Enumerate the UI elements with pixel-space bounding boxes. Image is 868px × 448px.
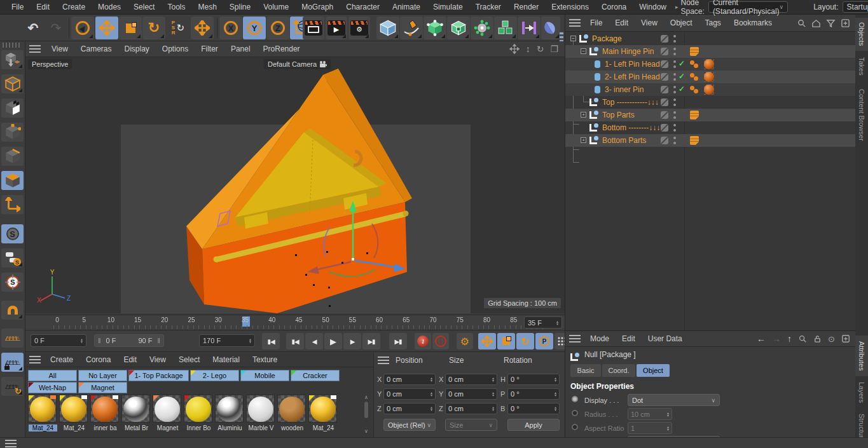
history-back-icon[interactable]: ← [757,334,766,344]
om-menu-file[interactable]: File [584,17,608,29]
tree-row-left-pin-head-1[interactable]: 1- Left Pin Head ✓ [565,58,856,71]
visibility-dots[interactable] [673,124,676,132]
autokey-button[interactable]: ( ) [432,333,449,350]
vp-menu-panel[interactable]: Panel [225,43,256,55]
menu-spline[interactable]: Spline [223,1,257,13]
object-tree[interactable]: − Package − Main Hinge Pin 1- Left Pin H… [565,32,856,330]
mat-menu-edit[interactable]: Edit [118,353,142,366]
size-z-field[interactable]: 0 cm▴▾ [445,403,497,414]
material-item[interactable]: inner ba [90,395,119,423]
y-axis-lock-button[interactable]: Y [243,17,266,39]
tree-row-top[interactable]: Top ------------↓↓↓ [565,96,856,109]
mat-menu-select[interactable]: Select [173,353,205,366]
edge-mode-button[interactable] [1,147,24,166]
visibility-dots[interactable] [673,98,676,106]
start-frame-field[interactable]: 0 F ▴▾ [31,334,86,347]
layer-tab-magnet[interactable]: Magnet [78,382,127,393]
tree-row-main-hinge-pin[interactable]: − Main Hinge Pin [565,45,856,58]
menu-corona[interactable]: Corona [595,1,633,13]
vp-menu-cameras[interactable]: Cameras [75,43,118,55]
material-item[interactable]: Mat_24 [308,395,337,423]
preview-range-field[interactable]: ‖0 F 90 F‖ [94,334,164,347]
tab-object[interactable]: Object [637,364,670,377]
tab-objects[interactable]: Objects [855,18,868,51]
menu-select[interactable]: Select [127,1,161,13]
move-tool-button[interactable] [95,17,118,39]
annotation-tag-icon[interactable] [690,47,699,56]
display-select[interactable]: Dot∨ [628,394,720,406]
layer-tab-no-layer[interactable]: No Layer [78,370,127,381]
z-axis-lock-button[interactable]: Z [266,17,289,39]
rotate-view-icon[interactable]: ↻ [537,44,544,54]
drag-handle[interactable] [3,43,22,48]
layer-tab-mobile[interactable]: Mobile [240,370,289,381]
visibility-dots[interactable] [673,35,676,43]
layer-tab-lego[interactable]: 2- Lego [190,370,239,381]
key-radio[interactable] [572,424,578,430]
menu-volume[interactable]: Volume [257,1,295,13]
om-menu-bookmarks[interactable]: Bookmarks [728,17,778,29]
menu-extensions[interactable]: Extensions [545,1,595,13]
collapse-icon[interactable]: − [570,36,576,41]
tab-content-browser[interactable]: Content Browser [855,81,868,149]
vp-menu-options[interactable]: Options [156,43,194,55]
magnet-tool-button[interactable] [1,301,24,320]
visibility-dots[interactable] [673,60,676,68]
end-frame-field[interactable]: 170 F ▴▾ [199,334,255,347]
goto-end-button[interactable]: ▶▮ [389,333,407,350]
menu-tools[interactable]: Tools [161,1,191,13]
visibility-toggle[interactable] [661,86,668,93]
mat-menu-view[interactable]: View [144,353,172,366]
next-key-button[interactable]: ▶▮ [362,333,380,350]
mograph-cloner-button[interactable] [494,17,517,39]
render-picture-viewer-button[interactable]: ▶ [326,17,347,39]
coord-mode-select[interactable]: Object (Rel)∨ [383,419,436,431]
lock-icon[interactable] [813,335,822,343]
expand-icon[interactable]: + [581,137,586,143]
visibility-toggle[interactable] [661,60,668,68]
rot-p-field[interactable]: 0 °▴▾ [507,388,560,400]
scale-tool-button[interactable] [119,17,142,39]
enabled-check-icon[interactable]: ✓ [679,59,685,68]
viewport-3d[interactable]: Perspective Default Camera Grid Spacing … [25,57,565,313]
material-tag-icon[interactable] [704,72,714,82]
attr-menu-mode[interactable]: Mode [584,332,615,345]
menu-edit[interactable]: Edit [30,1,56,13]
add-panel-icon[interactable] [841,18,850,28]
tab-basic[interactable]: Basic [570,364,601,377]
play-button[interactable]: ▶ [324,333,342,350]
timeline-ruler[interactable]: 05 1015 2025 3035 4045 5055 6065 7075 80… [25,315,565,330]
material-item[interactable]: Magnet [153,395,181,423]
menu-tracker[interactable]: Tracker [469,1,507,13]
scene-object-package[interactable] [25,57,565,313]
enabled-check-icon[interactable]: ✓ [679,85,685,93]
current-frame-field[interactable]: 35 F ▴▾ [524,316,562,329]
vp-menu-display[interactable]: Display [118,43,155,55]
material-item[interactable]: Metal Br [121,395,150,423]
attr-menu-userdata[interactable]: User Data [642,332,688,345]
material-item[interactable]: Aluminiu [215,395,244,423]
material-item[interactable]: Mat_24 [59,395,88,423]
next-frame-button[interactable]: ▶ [343,333,361,350]
menu-render[interactable]: Render [507,1,545,13]
visibility-toggle[interactable] [661,111,668,119]
menu-character[interactable]: Character [340,1,386,13]
layer-tab-all[interactable]: All [28,370,77,381]
tree-row-package[interactable]: − Package [565,32,856,45]
om-menu-icon[interactable] [569,19,581,27]
menu-animate[interactable]: Animate [386,1,427,13]
visibility-toggle[interactable] [661,98,668,106]
visibility-dots[interactable] [673,48,676,55]
visibility-dots[interactable] [673,111,676,119]
tab-attributes[interactable]: Attributes [855,336,868,376]
radius-field[interactable]: 10 cm▴▾ [628,408,672,420]
collapse-icon[interactable]: − [581,48,586,54]
visibility-toggle[interactable] [661,35,668,43]
key-radio[interactable] [572,396,578,402]
phong-tag-icon[interactable] [690,60,694,65]
lock-workplane-button[interactable] [1,353,24,372]
layer-tab-cracker[interactable]: Cracker [291,370,340,381]
menu-mesh[interactable]: Mesh [191,1,223,13]
field-button[interactable] [541,17,560,39]
visibility-toggle[interactable] [661,124,668,132]
